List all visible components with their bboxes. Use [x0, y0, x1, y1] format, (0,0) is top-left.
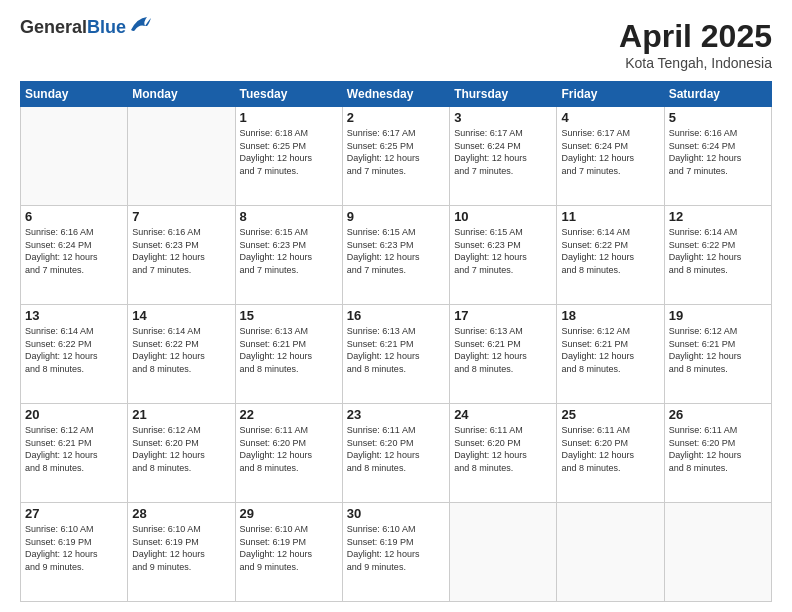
col-sunday: Sunday	[21, 82, 128, 107]
table-row: 22Sunrise: 6:11 AM Sunset: 6:20 PM Dayli…	[235, 404, 342, 503]
table-row: 29Sunrise: 6:10 AM Sunset: 6:19 PM Dayli…	[235, 503, 342, 602]
day-info: Sunrise: 6:14 AM Sunset: 6:22 PM Dayligh…	[669, 226, 767, 276]
col-thursday: Thursday	[450, 82, 557, 107]
logo-blue: Blue	[87, 17, 126, 37]
table-row	[557, 503, 664, 602]
table-row: 27Sunrise: 6:10 AM Sunset: 6:19 PM Dayli…	[21, 503, 128, 602]
header: GeneralBlue April 2025 Kota Tengah, Indo…	[20, 18, 772, 71]
day-number: 12	[669, 209, 767, 224]
table-row: 26Sunrise: 6:11 AM Sunset: 6:20 PM Dayli…	[664, 404, 771, 503]
day-info: Sunrise: 6:12 AM Sunset: 6:21 PM Dayligh…	[669, 325, 767, 375]
day-number: 9	[347, 209, 445, 224]
table-row: 3Sunrise: 6:17 AM Sunset: 6:24 PM Daylig…	[450, 107, 557, 206]
table-row: 12Sunrise: 6:14 AM Sunset: 6:22 PM Dayli…	[664, 206, 771, 305]
table-row: 30Sunrise: 6:10 AM Sunset: 6:19 PM Dayli…	[342, 503, 449, 602]
day-info: Sunrise: 6:16 AM Sunset: 6:24 PM Dayligh…	[25, 226, 123, 276]
logo-container: GeneralBlue	[20, 18, 151, 36]
day-info: Sunrise: 6:10 AM Sunset: 6:19 PM Dayligh…	[347, 523, 445, 573]
day-number: 30	[347, 506, 445, 521]
calendar-table: Sunday Monday Tuesday Wednesday Thursday…	[20, 81, 772, 602]
day-number: 28	[132, 506, 230, 521]
day-number: 24	[454, 407, 552, 422]
day-info: Sunrise: 6:18 AM Sunset: 6:25 PM Dayligh…	[240, 127, 338, 177]
table-row: 17Sunrise: 6:13 AM Sunset: 6:21 PM Dayli…	[450, 305, 557, 404]
logo: GeneralBlue	[20, 18, 151, 36]
calendar-week-row: 27Sunrise: 6:10 AM Sunset: 6:19 PM Dayli…	[21, 503, 772, 602]
day-number: 22	[240, 407, 338, 422]
table-row: 8Sunrise: 6:15 AM Sunset: 6:23 PM Daylig…	[235, 206, 342, 305]
col-wednesday: Wednesday	[342, 82, 449, 107]
day-info: Sunrise: 6:10 AM Sunset: 6:19 PM Dayligh…	[25, 523, 123, 573]
page: GeneralBlue April 2025 Kota Tengah, Indo…	[0, 0, 792, 612]
table-row	[450, 503, 557, 602]
day-number: 21	[132, 407, 230, 422]
day-number: 7	[132, 209, 230, 224]
calendar-week-row: 1Sunrise: 6:18 AM Sunset: 6:25 PM Daylig…	[21, 107, 772, 206]
table-row: 19Sunrise: 6:12 AM Sunset: 6:21 PM Dayli…	[664, 305, 771, 404]
day-info: Sunrise: 6:16 AM Sunset: 6:24 PM Dayligh…	[669, 127, 767, 177]
table-row: 10Sunrise: 6:15 AM Sunset: 6:23 PM Dayli…	[450, 206, 557, 305]
table-row: 28Sunrise: 6:10 AM Sunset: 6:19 PM Dayli…	[128, 503, 235, 602]
day-info: Sunrise: 6:11 AM Sunset: 6:20 PM Dayligh…	[561, 424, 659, 474]
table-row: 2Sunrise: 6:17 AM Sunset: 6:25 PM Daylig…	[342, 107, 449, 206]
day-number: 2	[347, 110, 445, 125]
col-monday: Monday	[128, 82, 235, 107]
location: Kota Tengah, Indonesia	[619, 55, 772, 71]
logo-bird-icon	[129, 16, 151, 34]
day-number: 25	[561, 407, 659, 422]
table-row: 13Sunrise: 6:14 AM Sunset: 6:22 PM Dayli…	[21, 305, 128, 404]
table-row: 1Sunrise: 6:18 AM Sunset: 6:25 PM Daylig…	[235, 107, 342, 206]
calendar-header-row: Sunday Monday Tuesday Wednesday Thursday…	[21, 82, 772, 107]
table-row: 25Sunrise: 6:11 AM Sunset: 6:20 PM Dayli…	[557, 404, 664, 503]
day-number: 29	[240, 506, 338, 521]
day-number: 1	[240, 110, 338, 125]
col-saturday: Saturday	[664, 82, 771, 107]
table-row: 23Sunrise: 6:11 AM Sunset: 6:20 PM Dayli…	[342, 404, 449, 503]
calendar-week-row: 20Sunrise: 6:12 AM Sunset: 6:21 PM Dayli…	[21, 404, 772, 503]
day-info: Sunrise: 6:13 AM Sunset: 6:21 PM Dayligh…	[454, 325, 552, 375]
table-row: 4Sunrise: 6:17 AM Sunset: 6:24 PM Daylig…	[557, 107, 664, 206]
day-number: 16	[347, 308, 445, 323]
logo-text: GeneralBlue	[20, 18, 126, 36]
day-info: Sunrise: 6:17 AM Sunset: 6:24 PM Dayligh…	[454, 127, 552, 177]
day-info: Sunrise: 6:15 AM Sunset: 6:23 PM Dayligh…	[454, 226, 552, 276]
table-row: 7Sunrise: 6:16 AM Sunset: 6:23 PM Daylig…	[128, 206, 235, 305]
day-number: 23	[347, 407, 445, 422]
day-number: 17	[454, 308, 552, 323]
day-info: Sunrise: 6:11 AM Sunset: 6:20 PM Dayligh…	[347, 424, 445, 474]
table-row: 18Sunrise: 6:12 AM Sunset: 6:21 PM Dayli…	[557, 305, 664, 404]
day-number: 20	[25, 407, 123, 422]
table-row: 16Sunrise: 6:13 AM Sunset: 6:21 PM Dayli…	[342, 305, 449, 404]
day-info: Sunrise: 6:14 AM Sunset: 6:22 PM Dayligh…	[25, 325, 123, 375]
day-info: Sunrise: 6:10 AM Sunset: 6:19 PM Dayligh…	[240, 523, 338, 573]
table-row: 14Sunrise: 6:14 AM Sunset: 6:22 PM Dayli…	[128, 305, 235, 404]
day-info: Sunrise: 6:11 AM Sunset: 6:20 PM Dayligh…	[669, 424, 767, 474]
table-row: 6Sunrise: 6:16 AM Sunset: 6:24 PM Daylig…	[21, 206, 128, 305]
day-number: 6	[25, 209, 123, 224]
day-info: Sunrise: 6:12 AM Sunset: 6:21 PM Dayligh…	[561, 325, 659, 375]
day-info: Sunrise: 6:14 AM Sunset: 6:22 PM Dayligh…	[132, 325, 230, 375]
day-number: 19	[669, 308, 767, 323]
day-number: 15	[240, 308, 338, 323]
day-number: 27	[25, 506, 123, 521]
day-number: 4	[561, 110, 659, 125]
day-info: Sunrise: 6:16 AM Sunset: 6:23 PM Dayligh…	[132, 226, 230, 276]
day-number: 14	[132, 308, 230, 323]
table-row	[664, 503, 771, 602]
table-row	[21, 107, 128, 206]
table-row	[128, 107, 235, 206]
day-info: Sunrise: 6:12 AM Sunset: 6:21 PM Dayligh…	[25, 424, 123, 474]
day-info: Sunrise: 6:11 AM Sunset: 6:20 PM Dayligh…	[240, 424, 338, 474]
table-row: 24Sunrise: 6:11 AM Sunset: 6:20 PM Dayli…	[450, 404, 557, 503]
col-tuesday: Tuesday	[235, 82, 342, 107]
day-number: 5	[669, 110, 767, 125]
calendar-week-row: 13Sunrise: 6:14 AM Sunset: 6:22 PM Dayli…	[21, 305, 772, 404]
day-number: 8	[240, 209, 338, 224]
month-title: April 2025	[619, 18, 772, 55]
day-number: 10	[454, 209, 552, 224]
col-friday: Friday	[557, 82, 664, 107]
day-number: 18	[561, 308, 659, 323]
day-info: Sunrise: 6:10 AM Sunset: 6:19 PM Dayligh…	[132, 523, 230, 573]
title-block: April 2025 Kota Tengah, Indonesia	[619, 18, 772, 71]
table-row: 5Sunrise: 6:16 AM Sunset: 6:24 PM Daylig…	[664, 107, 771, 206]
